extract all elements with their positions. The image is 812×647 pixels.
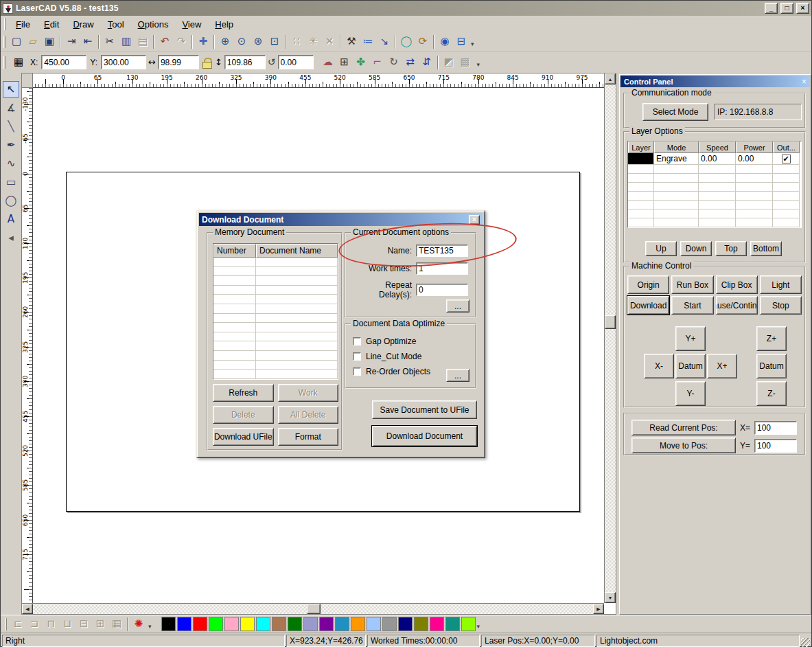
memory-empty-cell[interactable] — [256, 361, 338, 370]
bezier-tool-icon[interactable]: ∿ — [3, 155, 19, 172]
mirror-h-icon[interactable]: ⇄ — [402, 54, 419, 70]
layer-empty-cell[interactable] — [654, 218, 699, 227]
laser-machine-icon[interactable]: ◉ — [437, 34, 453, 49]
pen-tool-icon[interactable]: ✒ — [3, 137, 19, 153]
rotate-hand-icon[interactable]: ↻ — [386, 54, 402, 70]
export-icon[interactable]: ⇤ — [80, 34, 96, 49]
download-button[interactable]: Download — [627, 296, 669, 315]
color-swatch[interactable] — [382, 617, 397, 631]
layer-down-button[interactable]: Down — [680, 241, 712, 256]
copy-icon[interactable]: ▥ — [118, 34, 135, 49]
dialog-close-icon[interactable]: × — [469, 215, 480, 225]
layer-empty-cell[interactable] — [699, 183, 736, 192]
laser-origin-dropdown-icon[interactable]: ▾ — [148, 623, 152, 630]
color-swatch[interactable] — [430, 617, 444, 631]
layer-empty-cell[interactable] — [699, 218, 736, 227]
toolbar-grip[interactable] — [3, 36, 5, 48]
clip-box-button[interactable]: Clip Box — [716, 275, 758, 294]
rotate-circle-icon[interactable]: ⟳ — [415, 34, 431, 49]
layer-empty-cell[interactable] — [628, 165, 654, 174]
color-swatch[interactable] — [209, 617, 223, 631]
layer-up-button[interactable]: Up — [645, 241, 677, 256]
memory-empty-cell[interactable] — [213, 304, 256, 314]
memory-empty-cell[interactable] — [213, 323, 256, 332]
simulate-icon[interactable]: ⊟ — [453, 34, 469, 49]
scroll-right-icon[interactable]: ▶ — [593, 604, 604, 614]
text-tool-icon[interactable]: A — [3, 211, 19, 227]
layer-mode-cell[interactable]: Engrave — [654, 153, 699, 165]
window-resize-grip[interactable] — [801, 638, 810, 647]
anchor-grid-icon[interactable]: ▦ — [10, 54, 27, 70]
layer-speed-cell[interactable]: 0.00 — [699, 153, 736, 165]
memory-empty-cell[interactable] — [256, 341, 338, 351]
color-swatch[interactable] — [177, 617, 192, 631]
corner-tool-icon[interactable]: ⌐ — [369, 54, 386, 70]
zoom-page-icon[interactable]: ⊡ — [266, 34, 283, 49]
color-swatch[interactable] — [193, 617, 207, 631]
jog-datum-button[interactable]: Datum — [675, 354, 706, 378]
download-ufile-button[interactable]: Download UFile — [213, 428, 274, 446]
undo-icon[interactable]: ↶ — [156, 34, 173, 49]
color-swatch[interactable] — [414, 617, 428, 631]
toolbar-grip[interactable] — [5, 618, 7, 631]
jog-x-minus-button[interactable]: X- — [644, 354, 674, 378]
memory-empty-cell[interactable] — [256, 286, 338, 295]
menu-help[interactable]: Help — [208, 16, 240, 32]
layer-empty-cell[interactable] — [773, 174, 800, 183]
menu-file[interactable]: File — [9, 16, 37, 32]
new-icon[interactable]: ▢ — [8, 34, 25, 49]
dialog-titlebar[interactable]: Download Document × — [199, 213, 483, 226]
color-swatch[interactable] — [398, 617, 413, 631]
stop-button[interactable]: Stop — [760, 296, 802, 315]
layer-empty-cell[interactable] — [699, 209, 736, 218]
layer-out-cell[interactable]: ✔ — [773, 153, 800, 165]
vertical-scroll-thumb[interactable] — [605, 315, 616, 329]
width-field[interactable]: 98.99 — [158, 55, 199, 69]
layer-empty-cell[interactable] — [736, 209, 773, 218]
palette-overflow-icon[interactable]: ▾ — [477, 623, 480, 630]
memory-empty-cell[interactable] — [256, 304, 338, 314]
jog-y-plus-button[interactable]: Y+ — [675, 326, 706, 351]
layer-empty-cell[interactable] — [773, 183, 800, 192]
repeat-delay-field[interactable]: 0 — [416, 284, 468, 296]
layer-empty-cell[interactable] — [654, 174, 699, 183]
vertical-scrollbar[interactable]: ▲ ▼ — [604, 73, 616, 603]
menu-view[interactable]: View — [175, 16, 208, 32]
start-button[interactable]: Start — [671, 296, 713, 315]
layer-empty-cell[interactable] — [773, 218, 800, 227]
jog-y-minus-button[interactable]: Y- — [675, 381, 706, 406]
memory-empty-cell[interactable] — [213, 332, 256, 342]
download-document-button[interactable]: Download Document — [372, 426, 477, 446]
jog-z-minus-button[interactable]: Z- — [756, 381, 787, 406]
angle-field[interactable]: 0.00 — [278, 55, 314, 69]
layer-empty-cell[interactable] — [736, 174, 773, 183]
layer-empty-cell[interactable] — [773, 165, 800, 174]
layer-empty-cell[interactable] — [736, 183, 773, 192]
maximize-button[interactable]: □ — [780, 3, 793, 14]
origin-button[interactable]: Origin — [627, 275, 669, 294]
menu-options[interactable]: Options — [131, 16, 176, 32]
select-tool-icon[interactable]: ↖ — [3, 81, 19, 98]
pos-x-field[interactable]: 100 — [754, 421, 797, 435]
zoom-in-icon[interactable]: ⊕ — [217, 34, 233, 49]
color-swatch[interactable] — [161, 617, 176, 631]
zoom-all-icon[interactable]: ⊛ — [250, 34, 266, 49]
toolbar-overflow-icon[interactable]: ▾ — [471, 41, 474, 47]
layer-empty-cell[interactable] — [628, 209, 654, 218]
open-icon[interactable]: ▱ — [25, 34, 41, 49]
layer-empty-cell[interactable] — [773, 201, 800, 209]
layer-empty-cell[interactable] — [628, 174, 654, 183]
layer-color-cell[interactable] — [628, 153, 654, 165]
output-checkbox[interactable]: ✔ — [782, 155, 791, 163]
minimize-button[interactable]: _ — [765, 3, 778, 14]
memory-empty-cell[interactable] — [256, 332, 338, 342]
menu-draw[interactable]: Draw — [66, 16, 100, 32]
color-swatch[interactable] — [445, 617, 460, 631]
array-copy-icon[interactable]: ⊞ — [336, 54, 353, 70]
collapse-arrow-icon[interactable]: ◂ — [3, 229, 19, 246]
format-button[interactable]: Format — [278, 428, 339, 446]
layer-empty-cell[interactable] — [699, 174, 736, 183]
weld-icon[interactable]: ☁ — [320, 54, 336, 70]
select-mode-button[interactable]: Select Mode — [642, 103, 708, 121]
layer-empty-cell[interactable] — [699, 201, 736, 209]
